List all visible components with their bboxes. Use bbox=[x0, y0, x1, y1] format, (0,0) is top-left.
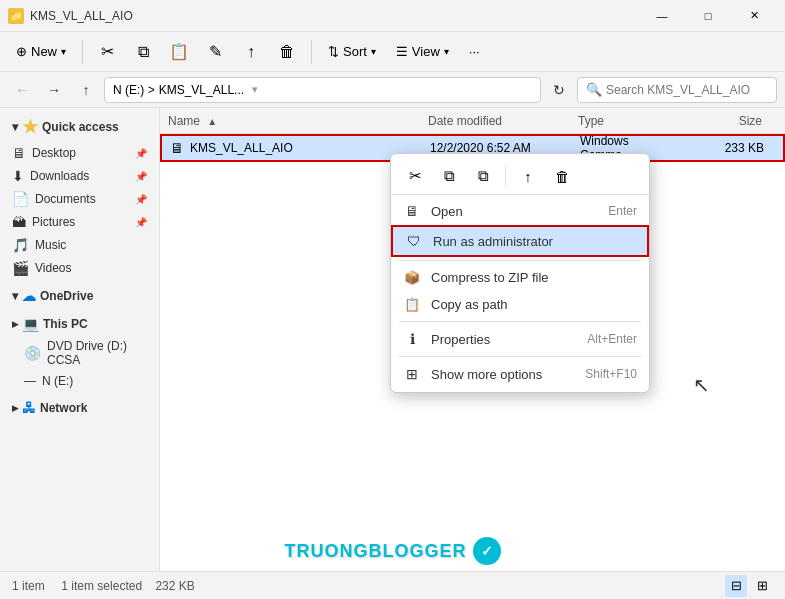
status-left: 1 item 1 item selected 232 KB bbox=[12, 579, 195, 593]
column-size[interactable]: Size bbox=[690, 114, 770, 128]
star-icon: ★ bbox=[22, 116, 38, 138]
new-button[interactable]: ⊕ New ▾ bbox=[8, 40, 74, 63]
onedrive-icon: ☁ bbox=[22, 288, 36, 304]
sort-button[interactable]: ⇅ Sort ▾ bbox=[320, 40, 384, 63]
ctx-share-icon: ↑ bbox=[524, 168, 532, 185]
ctx-open-item[interactable]: 🖥 Open Enter bbox=[391, 197, 649, 225]
pin-icon-2: 📌 bbox=[135, 171, 147, 182]
sidebar-onedrive-collapse[interactable]: ▾ ☁ OneDrive bbox=[4, 285, 155, 307]
rename-icon: ✎ bbox=[209, 42, 222, 61]
ctx-show-more-item[interactable]: ⊞ Show more options Shift+F10 bbox=[391, 360, 649, 388]
watermark: TRUONGBLOGGER ✓ bbox=[285, 537, 501, 565]
ctx-cut-button[interactable]: ✂ bbox=[399, 162, 431, 190]
column-date[interactable]: Date modified bbox=[420, 114, 570, 128]
file-list-header: Name ▲ Date modified Type Size bbox=[160, 108, 785, 134]
back-button[interactable]: ← bbox=[8, 76, 36, 104]
ctx-separator bbox=[505, 166, 506, 186]
file-size-cell: 233 KB bbox=[692, 141, 772, 155]
breadcrumb-folder: KMS_VL_ALL... bbox=[159, 83, 244, 97]
sidebar-item-downloads[interactable]: ⬇ Downloads 📌 bbox=[4, 165, 155, 187]
forward-button[interactable]: → bbox=[40, 76, 68, 104]
sidebar-item-documents[interactable]: 📄 Documents 📌 bbox=[4, 188, 155, 210]
status-right: ⊟ ⊞ bbox=[725, 575, 773, 597]
address-bar: ← → ↑ N (E:) > KMS_VL_ALL... ▾ ↻ 🔍 bbox=[0, 72, 785, 108]
dvd-icon: 💿 bbox=[24, 345, 41, 361]
refresh-button[interactable]: ↻ bbox=[545, 76, 573, 104]
cut-icon: ✂ bbox=[101, 42, 114, 61]
column-name[interactable]: Name ▲ bbox=[160, 114, 420, 128]
pin-icon: 📌 bbox=[135, 148, 147, 159]
context-menu: ✂ ⧉ ⧉ ↑ 🗑 🖥 Open Enter bbox=[390, 153, 650, 393]
ctx-share-button[interactable]: ↑ bbox=[512, 162, 544, 190]
ctx-paste-special-button[interactable]: ⧉ bbox=[467, 162, 499, 190]
toolbar-separator-2 bbox=[311, 40, 312, 64]
large-icon-view-button[interactable]: ⊞ bbox=[751, 575, 773, 597]
copy-icon: ⧉ bbox=[138, 43, 149, 61]
ctx-run-as-admin-item[interactable]: 🛡 Run as administrator bbox=[391, 225, 649, 257]
file-area: Name ▲ Date modified Type Size 🖥 KMS_VL_… bbox=[160, 108, 785, 571]
n-drive-icon: — bbox=[24, 374, 36, 388]
ctx-copy-icon: ⧉ bbox=[444, 167, 455, 185]
ctx-copy-as-path-item[interactable]: 📋 Copy as path bbox=[391, 291, 649, 318]
toolbar: ⊕ New ▾ ✂ ⧉ 📋 ✎ ↑ 🗑 ⇅ Sort ▾ ☰ View ▾ ··… bbox=[0, 32, 785, 72]
delete-button[interactable]: 🗑 bbox=[271, 36, 303, 68]
column-type[interactable]: Type bbox=[570, 114, 690, 128]
search-input[interactable] bbox=[606, 83, 768, 97]
search-icon: 🔍 bbox=[586, 82, 602, 97]
sidebar-item-n-drive[interactable]: — N (E:) bbox=[4, 371, 155, 391]
share-button[interactable]: ↑ bbox=[235, 36, 267, 68]
sort-arrow-icon: ▲ bbox=[207, 116, 217, 127]
more-button[interactable]: ··· bbox=[461, 40, 488, 63]
ctx-zip-icon: 📦 bbox=[403, 270, 421, 285]
details-view-button[interactable]: ⊟ bbox=[725, 575, 747, 597]
status-bar: 1 item 1 item selected 232 KB ⊟ ⊞ bbox=[0, 571, 785, 599]
sidebar-item-pictures[interactable]: 🏔 Pictures 📌 bbox=[4, 211, 155, 233]
ctx-shield-icon: 🛡 bbox=[405, 233, 423, 249]
ctx-copy-button[interactable]: ⧉ bbox=[433, 162, 465, 190]
maximize-button[interactable]: □ bbox=[685, 0, 731, 32]
toolbar-separator bbox=[82, 40, 83, 64]
pictures-icon: 🏔 bbox=[12, 214, 26, 230]
view-button[interactable]: ☰ View ▾ bbox=[388, 40, 457, 63]
sidebar-item-desktop[interactable]: 🖥 Desktop 📌 bbox=[4, 142, 155, 164]
breadcrumb[interactable]: N (E:) > KMS_VL_ALL... ▾ bbox=[104, 77, 541, 103]
this-pc-expand-icon: ▸ bbox=[12, 317, 18, 331]
breadcrumb-dropdown-icon[interactable]: ▾ bbox=[252, 83, 258, 96]
pin-icon-4: 📌 bbox=[135, 217, 147, 228]
sidebar-item-videos[interactable]: 🎬 Videos bbox=[4, 257, 155, 279]
ctx-delete-button[interactable]: 🗑 bbox=[546, 162, 578, 190]
title-bar: 📁 KMS_VL_ALL_AIO — □ ✕ bbox=[0, 0, 785, 32]
minimize-button[interactable]: — bbox=[639, 0, 685, 32]
cut-button[interactable]: ✂ bbox=[91, 36, 123, 68]
rename-button[interactable]: ✎ bbox=[199, 36, 231, 68]
paste-icon: 📋 bbox=[169, 42, 189, 61]
close-button[interactable]: ✕ bbox=[731, 0, 777, 32]
sort-icon: ⇅ bbox=[328, 44, 339, 59]
paste-button[interactable]: 📋 bbox=[163, 36, 195, 68]
file-icon: 🖥 bbox=[170, 140, 184, 156]
sidebar: ▾ ★ Quick access 🖥 Desktop 📌 ⬇ Downloads… bbox=[0, 108, 160, 571]
watermark-icon: ✓ bbox=[473, 537, 501, 565]
pin-icon-3: 📌 bbox=[135, 194, 147, 205]
search-box[interactable]: 🔍 bbox=[577, 77, 777, 103]
collapse-icon: ▾ bbox=[12, 120, 18, 134]
view-chevron-icon: ▾ bbox=[444, 46, 449, 57]
ctx-more-icon: ⊞ bbox=[403, 366, 421, 382]
copy-button[interactable]: ⧉ bbox=[127, 36, 159, 68]
videos-icon: 🎬 bbox=[12, 260, 29, 276]
title-bar-left: 📁 KMS_VL_ALL_AIO bbox=[8, 8, 133, 24]
sidebar-item-dvd[interactable]: 💿 DVD Drive (D:) CCSA bbox=[4, 336, 155, 370]
folder-icon: 📁 bbox=[8, 8, 24, 24]
ctx-properties-item[interactable]: ℹ Properties Alt+Enter bbox=[391, 325, 649, 353]
sidebar-item-music[interactable]: 🎵 Music bbox=[4, 234, 155, 256]
share-icon: ↑ bbox=[247, 43, 255, 61]
ctx-properties-icon: ℹ bbox=[403, 331, 421, 347]
context-menu-toolbar: ✂ ⧉ ⧉ ↑ 🗑 bbox=[391, 158, 649, 195]
ctx-compress-item[interactable]: 📦 Compress to ZIP file bbox=[391, 264, 649, 291]
sidebar-this-pc-collapse[interactable]: ▸ 💻 This PC bbox=[4, 313, 155, 335]
sidebar-quick-access[interactable]: ▾ ★ Quick access bbox=[4, 113, 155, 141]
ctx-delete-icon: 🗑 bbox=[555, 168, 570, 185]
watermark-text: TRUONGBLOGGER bbox=[285, 541, 467, 562]
up-button[interactable]: ↑ bbox=[72, 76, 100, 104]
sidebar-network-collapse[interactable]: ▸ 🖧 Network bbox=[4, 397, 155, 419]
